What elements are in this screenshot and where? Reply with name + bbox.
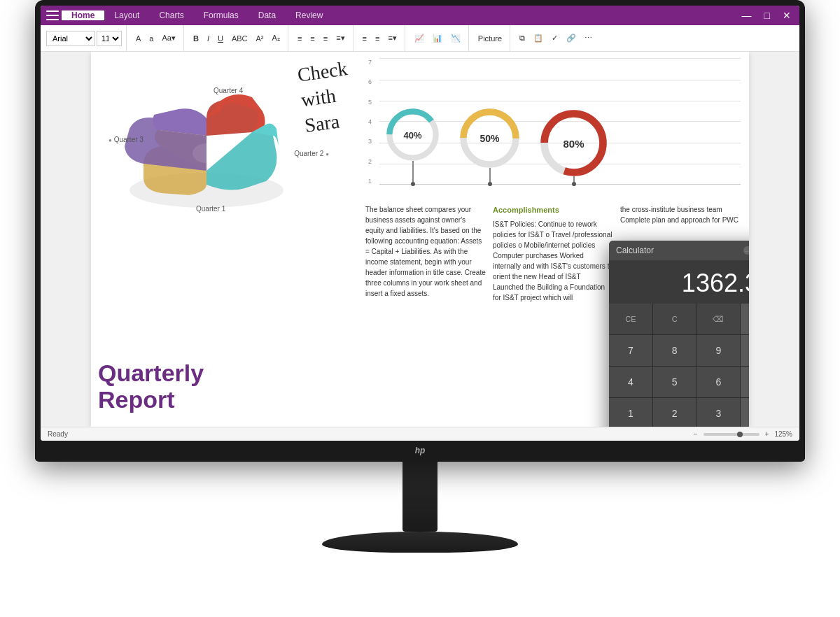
calc-4-button[interactable]: 4 [609,367,652,397]
right-column: 1 2 3 4 5 6 7 [357,52,749,427]
calc-2-button[interactable]: 2 [653,398,696,427]
monitor: Home Layout Charts Formulas Data Review … [35,0,805,617]
zoom-plus-button[interactable]: + [765,430,769,438]
pie-chart-svg [105,80,301,220]
calc-1-button[interactable]: 1 [609,398,652,427]
document-page: Check with Sara ● Quarter 3 Quarte [91,52,749,427]
calc-6-button[interactable]: 6 [697,367,741,397]
font-section: Arial 11 [46,25,127,51]
bold-button[interactable]: B [190,32,202,45]
tab-home[interactable]: Home [62,10,104,20]
toolbar: Arial 11 A a Aa▾ B I U [41,25,799,52]
content-area: Check with Sara ● Quarter 3 Quarte [41,52,799,427]
zoom-slider[interactable] [704,433,760,436]
calculator-title: Calculator [616,246,654,255]
tab-layout[interactable]: Layout [104,10,149,20]
chart-bar-button[interactable]: 📊 [429,31,446,45]
accomplishments-col: Accomplishments IS&T Policies: Continue … [493,204,613,420]
calculator-display: 1362.38 [609,260,749,304]
tab-charts[interactable]: Charts [149,10,193,20]
zoom-thumb [737,432,743,437]
calculator-value: 1362.38 [620,269,749,298]
donut-80-dot [572,182,576,186]
status-right: − + 125% [694,430,792,438]
font-small-button[interactable]: a [146,32,157,45]
font-size-selector[interactable]: 11 [97,31,122,46]
left-column: Check with Sara ● Quarter 3 Quarte [91,52,357,427]
calc-9-button[interactable]: 9 [697,335,741,366]
insert-section: 📈 📊 📉 [411,25,469,51]
underline-button[interactable]: U [214,32,227,45]
donut-80-label: 80% [563,137,584,149]
calc-backspace-button[interactable]: ⌫ [697,304,741,334]
minimize-button[interactable]: — [739,10,755,21]
indent-button[interactable]: ≡▾ [384,31,400,45]
title-line1: Quarterly [98,360,204,386]
calc-3-button[interactable]: 3 [697,398,741,427]
link-button[interactable]: 🔗 [563,31,580,45]
calc-divide-button[interactable]: ÷ [741,304,749,334]
calc-ce-button[interactable]: CE [609,304,652,334]
zoom-minus-button[interactable]: − [694,430,698,438]
calculator-controls: — □ ✕ [743,246,749,255]
calculator-titlebar: Calculator — □ ✕ [609,241,749,260]
paste-button[interactable]: 📋 [530,31,547,45]
subscript-button[interactable]: A₂ [269,31,284,45]
maximize-button[interactable]: □ [762,10,773,21]
strikethrough-button[interactable]: ABC [228,32,251,45]
hamburger-icon[interactable] [46,10,59,20]
calc-minimize-button[interactable]: — [743,246,749,255]
list-section: ≡ ≡ ≡▾ [359,25,405,51]
calc-multiply-button[interactable]: × [741,335,749,366]
accomplishments-title: Accomplishments [493,204,613,216]
align-center-button[interactable]: ≡ [307,32,318,45]
donut-50-stem [489,168,491,182]
title-bar-tabs: Home Layout Charts Formulas Data Review [62,10,739,20]
font-large-button[interactable]: A [132,32,144,45]
q2-label: Quarter 2 ● [294,150,329,157]
calc-7-button[interactable]: 7 [609,335,652,366]
calc-plus-button[interactable]: + [741,398,749,427]
donut-50: 50% [460,108,519,186]
donut-80-stem [573,176,575,182]
quarterly-report-title: Quarterly Report [98,360,204,413]
calc-c-button[interactable]: C [653,304,696,334]
numbered-list-button[interactable]: ≡ [372,32,383,45]
check-button[interactable]: ✓ [548,31,561,45]
calculator: Calculator — □ ✕ 1362.38 [609,241,749,427]
calc-8-button[interactable]: 8 [653,335,696,366]
office-app: Home Layout Charts Formulas Data Review … [41,6,799,441]
chart-line-button[interactable]: 📈 [411,31,428,45]
chart-other-button[interactable]: 📉 [447,31,464,45]
title-bar-left [46,10,59,20]
align-right-button[interactable]: ≡ [320,32,331,45]
monitor-bottom-bezel: hp [35,441,805,460]
more-button[interactable]: ⋯ [581,31,596,45]
donut-50-chart: 50% [460,108,519,168]
bullet-list-button[interactable]: ≡ [359,32,370,45]
align-left-button[interactable]: ≡ [294,32,305,45]
monitor-screen: Home Layout Charts Formulas Data Review … [41,6,799,441]
accomplishments-body: IS&T Policies: Continue to rework polici… [493,219,613,303]
font-selector[interactable]: Arial [46,31,95,46]
zoom-level: 125% [774,430,792,438]
superscript-button[interactable]: A² [253,32,267,45]
close-button[interactable]: ✕ [780,10,794,21]
copy-button[interactable]: ⧉ [516,31,528,45]
q3-label: ● Quarter 3 [108,136,144,143]
misc-section: ⧉ 📋 ✓ 🔗 ⋯ [516,25,600,51]
picture-button[interactable]: Picture [475,32,505,45]
donut-40-label: 40% [403,129,421,140]
q4-label: Quarter 4 [214,87,243,94]
donut-40-stem [412,161,414,182]
monitor-base [322,532,518,553]
calc-5-button[interactable]: 5 [653,367,696,397]
font-case-button[interactable]: Aa▾ [158,31,178,45]
tab-data[interactable]: Data [248,10,286,20]
justify-button[interactable]: ≡▾ [332,31,348,45]
right-body-text: the cross-institute business team Comple… [620,204,741,225]
tab-formulas[interactable]: Formulas [194,10,248,20]
tab-review[interactable]: Review [286,10,332,20]
italic-button[interactable]: I [204,32,213,45]
calc-minus-button[interactable]: − [741,367,749,397]
